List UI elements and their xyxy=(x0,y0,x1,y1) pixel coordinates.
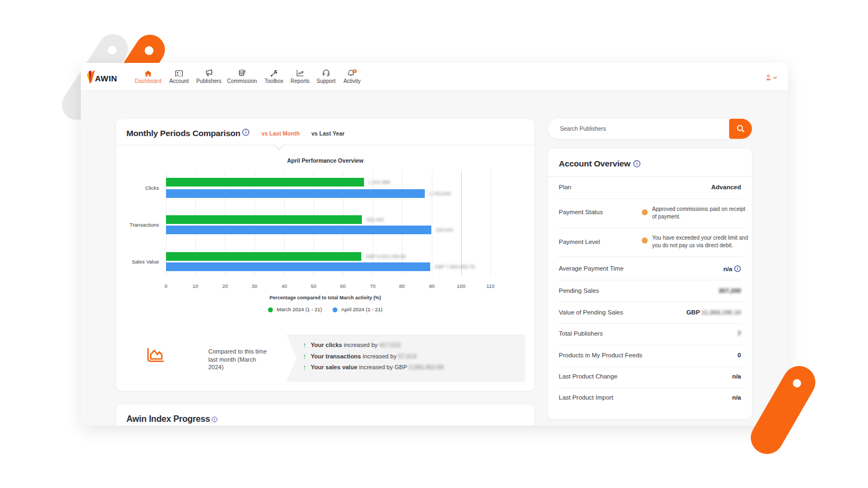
svg-text:0: 0 xyxy=(354,70,355,73)
